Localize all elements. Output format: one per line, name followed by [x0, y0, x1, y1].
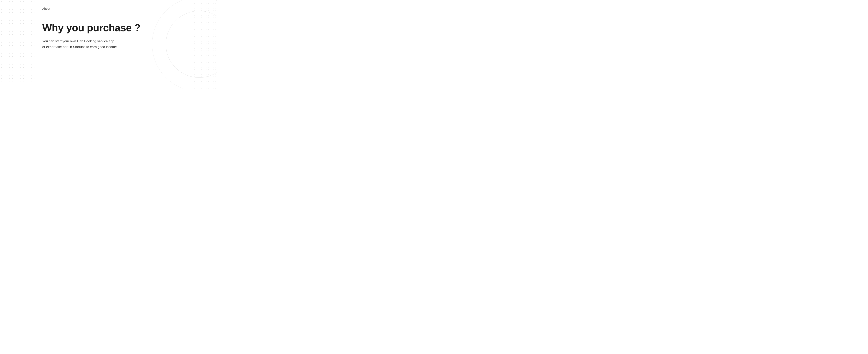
section-description: You can start your own Cab Booking servi…: [42, 38, 168, 50]
page-title: Why you purchase ?: [42, 22, 209, 34]
main-content: About Why you purchase ? You can start y…: [34, 0, 217, 88]
section-label: About: [42, 7, 209, 10]
description-line1: You can start your own Cab Booking servi…: [42, 39, 114, 43]
description-line2: or either take part in Startups to earn …: [42, 45, 117, 49]
dot-grid-decoration-top-left: [0, 0, 34, 83]
